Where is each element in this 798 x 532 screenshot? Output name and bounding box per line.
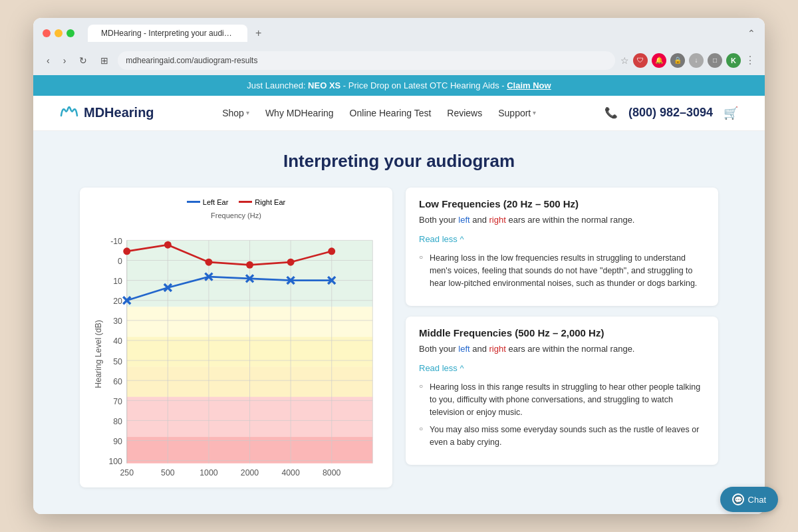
legend-right-ear: Right Ear (239, 198, 285, 206)
svg-text:70: 70 (113, 397, 122, 406)
svg-text:90: 90 (113, 437, 122, 446)
legend-red-line (239, 201, 252, 203)
low-freq-right: right (489, 215, 506, 225)
browser-actions: ☆ 🛡 🔔 🔒 ↓ □ K ⋮ (620, 53, 755, 68)
ext-icon-2[interactable]: 🔔 (652, 53, 666, 68)
profile-icon[interactable]: K (726, 53, 741, 68)
back-button[interactable]: ‹ (43, 53, 54, 68)
browser-tabs: MDHearing - Interpreting your audiogram … (88, 25, 267, 42)
ext-icon-3[interactable]: 🔒 (670, 53, 685, 68)
address-bar[interactable]: mdhearingaid.com/audiogram-results (118, 51, 615, 70)
svg-point-46 (205, 259, 212, 266)
nav-shop[interactable]: Shop ▾ (222, 108, 249, 118)
svg-text:4000: 4000 (281, 467, 300, 477)
mid-freq-bullet-2: You may also miss some everyday sounds s… (419, 424, 705, 449)
mid-freq-left: left (458, 344, 469, 354)
address-text: mdhearingaid.com/audiogram-results (126, 56, 257, 65)
low-freq-title: Low Frequencies (20 Hz – 500 Hz) (419, 198, 705, 209)
nav-right: 📞 (800) 982–3094 🛒 (604, 106, 738, 120)
svg-text:-10: -10 (110, 237, 122, 246)
mid-freq-read-less-button[interactable]: Read less ^ (419, 363, 464, 373)
forward-button[interactable]: › (59, 53, 70, 68)
phone-icon: 📞 (604, 106, 618, 119)
legend-blue-line (187, 201, 200, 203)
nav-support[interactable]: Support ▾ (498, 108, 536, 118)
svg-text:80: 80 (113, 417, 122, 426)
svg-text:0: 0 (118, 257, 122, 266)
svg-point-45 (164, 241, 172, 249)
chat-icon: 💬 (732, 493, 744, 505)
main-content: Interpreting your audiogram Left Ear Rig… (33, 131, 765, 514)
nav-why[interactable]: Why MDHearing (265, 108, 334, 118)
svg-text:20: 20 (113, 297, 122, 306)
low-freq-left: left (458, 215, 469, 225)
svg-point-44 (123, 247, 130, 255)
phone-number: (800) 982–3094 (628, 106, 713, 120)
audiogram-chart: 250 500 1000 2000 4000 8000 -10 0 10 20 … (90, 222, 382, 477)
right-panel: Low Frequencies (20 Hz – 500 Hz) Both yo… (406, 188, 718, 487)
shop-arrow: ▾ (246, 109, 249, 116)
svg-text:2000: 2000 (241, 467, 259, 477)
cart-icon[interactable]: 🛒 (724, 106, 738, 120)
ext-icon-5[interactable]: □ (708, 53, 722, 68)
chart-x-axis-label: Frequency (Hz) (90, 211, 382, 219)
logo[interactable]: MDHearing (60, 104, 154, 122)
mid-freq-expanded: Hearing loss in this range results in st… (419, 381, 705, 449)
chat-label: Chat (748, 495, 766, 505)
star-icon[interactable]: ☆ (620, 55, 629, 66)
mid-freq-bullet-1: Hearing loss in this range results in st… (419, 381, 705, 418)
more-menu-icon[interactable]: ⋮ (745, 54, 755, 66)
window-expand-icon: ⌃ (747, 28, 755, 39)
capture-button[interactable]: ⊞ (96, 53, 112, 68)
ext-icon-4[interactable]: ↓ (689, 53, 704, 68)
chart-legend: Left Ear Right Ear (90, 198, 382, 206)
svg-text:1000: 1000 (200, 467, 218, 477)
ext-icon-1[interactable]: 🛡 (633, 53, 648, 68)
svg-text:50: 50 (113, 356, 122, 366)
support-arrow: ▾ (533, 109, 536, 116)
traffic-lights (43, 29, 74, 37)
browser-window: MDHearing - Interpreting your audiogram … (33, 18, 765, 514)
mid-freq-title: Middle Frequencies (500 Hz – 2,000 Hz) (419, 327, 705, 338)
announcement-prefix: Just Launched: (247, 80, 308, 90)
nav-reviews[interactable]: Reviews (447, 108, 482, 118)
tab-label: MDHearing - Interpreting your audiogram (101, 29, 234, 38)
minimize-button[interactable] (55, 29, 63, 37)
svg-text:500: 500 (161, 467, 175, 477)
svg-text:30: 30 (113, 317, 122, 326)
active-tab[interactable]: MDHearing - Interpreting your audiogram (88, 25, 247, 42)
legend-left-ear: Left Ear (187, 198, 229, 206)
nav-links: Shop ▾ Why MDHearing Online Hearing Test… (222, 108, 536, 118)
chart-container: Left Ear Right Ear Frequency (Hz) (80, 188, 392, 487)
browser-chrome: MDHearing - Interpreting your audiogram … (33, 18, 765, 75)
announcement-bar: Just Launched: NEO XS - Price Drop on La… (33, 75, 765, 96)
close-button[interactable] (43, 29, 51, 37)
legend-right-label: Right Ear (255, 198, 285, 206)
chat-button[interactable]: 💬 Chat (720, 487, 778, 512)
svg-text:8000: 8000 (323, 467, 341, 477)
svg-point-48 (287, 259, 295, 266)
announcement-middle: - Price Drop on Latest OTC Hearing Aids … (340, 80, 507, 90)
mid-freq-desc: Both your left and right ears are within… (419, 342, 705, 356)
mid-freq-right: right (489, 344, 506, 354)
low-freq-card: Low Frequencies (20 Hz – 500 Hz) Both yo… (406, 188, 718, 306)
new-tab-button[interactable]: + (250, 25, 267, 42)
low-freq-read-less-button[interactable]: Read less ^ (419, 234, 464, 244)
low-freq-bullet-1: Hearing loss in the low frequencies resu… (419, 252, 705, 289)
legend-left-label: Left Ear (203, 198, 229, 206)
logo-text: MDHearing (84, 105, 154, 120)
svg-text:60: 60 (113, 377, 122, 386)
low-freq-expanded: Hearing loss in the low frequencies resu… (419, 252, 705, 289)
logo-icon (60, 104, 80, 122)
svg-text:250: 250 (120, 467, 134, 477)
content-grid: Left Ear Right Ear Frequency (Hz) (80, 188, 718, 487)
svg-point-47 (246, 261, 253, 269)
maximize-button[interactable] (66, 29, 74, 37)
top-nav: MDHearing Shop ▾ Why MDHearing Online He… (33, 96, 765, 131)
svg-point-49 (328, 247, 335, 255)
announcement-brand: NEO XS (308, 80, 340, 90)
refresh-button[interactable]: ↻ (75, 53, 91, 68)
nav-test[interactable]: Online Hearing Test (350, 108, 432, 118)
low-freq-desc: Both your left and right ears are within… (419, 213, 705, 227)
announcement-cta[interactable]: Claim Now (507, 80, 551, 90)
